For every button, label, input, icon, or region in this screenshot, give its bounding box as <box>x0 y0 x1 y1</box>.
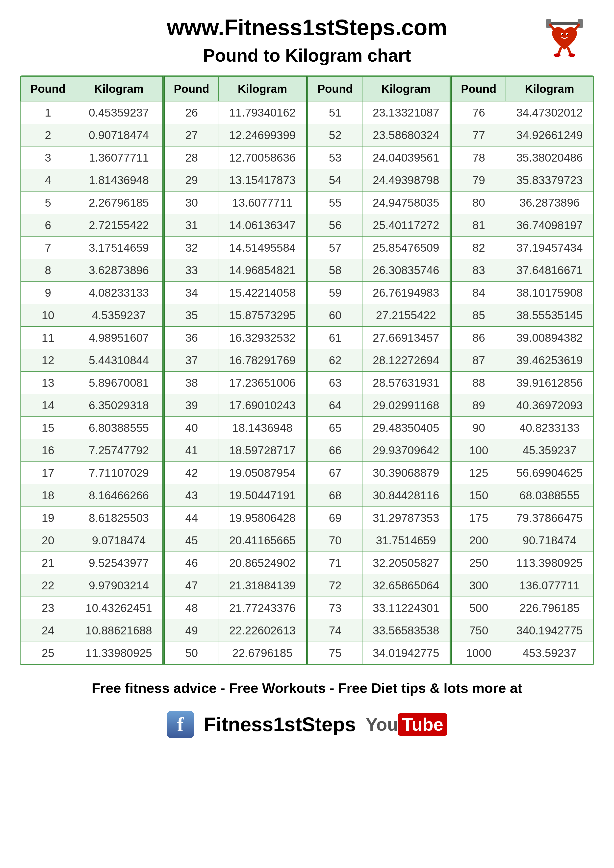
kg-val-col4: 36.2873896 <box>506 192 593 214</box>
kg-val-col4: 40.8233133 <box>506 417 593 439</box>
pound-val-col2: 41 <box>164 439 219 462</box>
table-row: 73.175146593214.514955845725.85476509823… <box>21 237 593 259</box>
table-row: 135.896700813817.236510066328.5763193188… <box>21 372 593 394</box>
pound-val-col3: 52 <box>308 124 362 146</box>
kg-val-col1: 9.52543977 <box>75 552 163 574</box>
pound-val-col4: 200 <box>451 529 506 552</box>
kg-val-col4: 35.83379723 <box>506 169 593 192</box>
kg-val-col2: 17.69010243 <box>219 394 306 417</box>
pound-val-col3: 68 <box>308 484 362 507</box>
kg-val-col2: 21.77243376 <box>219 597 306 619</box>
kg-val-col1: 10.88621688 <box>75 619 163 642</box>
pound-val-col4: 83 <box>451 259 506 282</box>
kg-val-col3: 23.13321087 <box>362 101 450 124</box>
kg-val-col2: 18.1436948 <box>219 417 306 439</box>
chart-container: Pound Kilogram Pound Kilogram Pound Kilo… <box>20 76 594 665</box>
pound-val-col2: 27 <box>164 124 219 146</box>
col2-kg-header: Kilogram <box>219 76 306 101</box>
table-row: 188.164662664319.504471916830.8442811615… <box>21 484 593 507</box>
pound-val-col1: 12 <box>21 349 75 372</box>
kg-val-col3: 24.94758035 <box>362 192 450 214</box>
kg-val-col1: 4.5359237 <box>75 304 163 327</box>
pound-val-col3: 75 <box>308 642 362 664</box>
kg-val-col2: 16.32932532 <box>219 327 306 349</box>
table-row: 20.907184742712.246993995223.58680324773… <box>21 124 593 146</box>
svg-line-4 <box>574 25 579 31</box>
table-row: 167.257477924118.597287176629.9370964210… <box>21 439 593 462</box>
pound-val-col2: 47 <box>164 574 219 597</box>
kg-val-col3: 30.84428116 <box>362 484 450 507</box>
pound-val-col2: 29 <box>164 169 219 192</box>
pound-val-col4: 77 <box>451 124 506 146</box>
kg-val-col4: 39.46253619 <box>506 349 593 372</box>
col3-kg-header: Kilogram <box>362 76 450 101</box>
kg-val-col3: 33.56583538 <box>362 619 450 642</box>
pound-val-col3: 71 <box>308 552 362 574</box>
kg-val-col4: 136.077711 <box>506 574 593 597</box>
kg-val-col1: 7.71107029 <box>75 462 163 484</box>
page-wrapper: www.Fitness1stSteps.com <box>20 15 594 738</box>
pound-val-col2: 43 <box>164 484 219 507</box>
pound-val-col3: 60 <box>308 304 362 327</box>
col2-pound-header: Pound <box>164 76 219 101</box>
table-row: 219.525439774620.865249027132.2050582725… <box>21 552 593 574</box>
kg-val-col2: 14.06136347 <box>219 214 306 237</box>
kg-val-col2: 22.6796185 <box>219 642 306 664</box>
logo-area <box>545 17 584 58</box>
table-row: 62.721554223114.061363475625.40117272813… <box>21 214 593 237</box>
pound-val-col3: 54 <box>308 169 362 192</box>
pound-val-col1: 17 <box>21 462 75 484</box>
pound-val-col1: 8 <box>21 259 75 282</box>
youtube-you: You <box>366 715 398 735</box>
facebook-icon[interactable]: f <box>167 711 194 738</box>
kg-val-col3: 28.57631931 <box>362 372 450 394</box>
kg-val-col2: 16.78291769 <box>219 349 306 372</box>
col1-kg-header: Kilogram <box>75 76 163 101</box>
pound-val-col4: 85 <box>451 304 506 327</box>
kg-val-col3: 32.20505827 <box>362 552 450 574</box>
svg-point-8 <box>569 53 575 57</box>
kg-val-col3: 30.39068879 <box>362 462 450 484</box>
youtube-badge[interactable]: You Tube <box>366 713 447 736</box>
kg-val-col2: 14.51495584 <box>219 237 306 259</box>
pound-val-col1: 22 <box>21 574 75 597</box>
youtube-tube: Tube <box>398 713 448 736</box>
pound-val-col2: 44 <box>164 507 219 529</box>
col1-pound-header: Pound <box>21 76 75 101</box>
pound-val-col1: 14 <box>21 394 75 417</box>
pound-val-col2: 48 <box>164 597 219 619</box>
pound-val-col2: 49 <box>164 619 219 642</box>
pound-val-col4: 81 <box>451 214 506 237</box>
col4-kg-header: Kilogram <box>506 76 593 101</box>
pound-val-col4: 300 <box>451 574 506 597</box>
pound-val-col2: 30 <box>164 192 219 214</box>
table-row: 156.803885554018.14369486529.48350405904… <box>21 417 593 439</box>
pound-val-col4: 84 <box>451 282 506 304</box>
pound-val-col4: 88 <box>451 372 506 394</box>
pound-val-col1: 2 <box>21 124 75 146</box>
kg-val-col3: 33.11224301 <box>362 597 450 619</box>
pound-val-col1: 19 <box>21 507 75 529</box>
pound-val-col3: 72 <box>308 574 362 597</box>
pound-val-col1: 7 <box>21 237 75 259</box>
kg-val-col1: 5.89670081 <box>75 372 163 394</box>
pound-val-col4: 175 <box>451 507 506 529</box>
pound-val-col2: 32 <box>164 237 219 259</box>
pound-val-col4: 79 <box>451 169 506 192</box>
pound-val-col1: 18 <box>21 484 75 507</box>
table-row: 94.082331333415.422140585926.76194983843… <box>21 282 593 304</box>
table-row: 146.350293183917.690102436429.0299116889… <box>21 394 593 417</box>
pound-val-col1: 9 <box>21 282 75 304</box>
pound-val-col2: 46 <box>164 552 219 574</box>
kg-val-col3: 24.04039561 <box>362 146 450 169</box>
kg-val-col3: 26.30835746 <box>362 259 450 282</box>
table-row: 2310.432624514821.772433767333.112243015… <box>21 597 593 619</box>
kg-val-col4: 79.37866475 <box>506 507 593 529</box>
kg-val-col3: 29.02991168 <box>362 394 450 417</box>
pound-val-col3: 63 <box>308 372 362 394</box>
kg-val-col2: 19.95806428 <box>219 507 306 529</box>
pound-val-col3: 58 <box>308 259 362 282</box>
footer-text: Free fitness advice - Free Workouts - Fr… <box>20 680 594 696</box>
kg-val-col4: 37.64816671 <box>506 259 593 282</box>
chart-title: Pound to Kilogram chart <box>20 45 594 65</box>
